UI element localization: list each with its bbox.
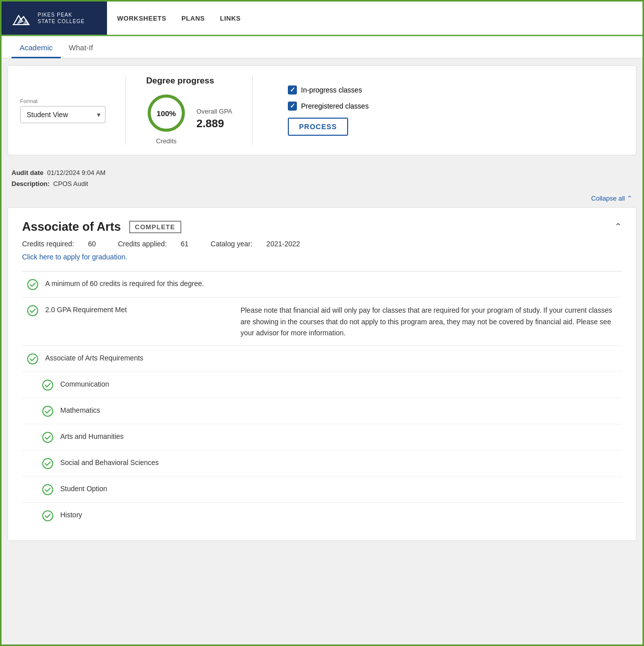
audit-date-value: 01/12/2024 9:04 AM	[47, 169, 105, 176]
requirement-item-6: Arts and Humanities	[22, 424, 622, 450]
logo-text: PIKES PEAK STATE COLLEGE	[38, 12, 85, 25]
progress-percent: 100%	[157, 109, 176, 118]
svg-point-7	[28, 280, 38, 290]
req-text-9: History	[60, 510, 617, 520]
requirement-item-5: Mathematics	[22, 398, 622, 424]
logo-icon	[10, 7, 33, 30]
in-progress-row: In-progress classes	[288, 85, 369, 95]
check-circle-icon-7	[42, 458, 53, 469]
svg-rect-0	[10, 7, 33, 30]
process-button[interactable]: PROCESS	[288, 118, 348, 136]
check-circle-icon-1	[27, 279, 38, 290]
degree-meta: Credits required: 60 Credits applied: 61…	[22, 240, 622, 248]
collapse-all-link[interactable]: Collapse all ⌃	[591, 195, 632, 202]
preregistered-row: Preregistered classes	[288, 102, 369, 111]
logo-line1: PIKES PEAK	[38, 12, 85, 18]
audit-description-value: CPOS Audit	[53, 180, 88, 188]
req-text-6: Arts and Humanities	[60, 431, 617, 442]
gpa-area: Overall GPA 2.889	[196, 108, 232, 130]
collapse-all-area[interactable]: Collapse all ⌃	[2, 193, 642, 207]
in-progress-label: In-progress classes	[301, 86, 362, 94]
catalog-year: Catalog year: 2021-2022	[210, 240, 310, 248]
svg-point-14	[43, 485, 53, 495]
degree-header: Associate of Arts COMPLETE ⌃	[22, 220, 622, 234]
format-dropdown[interactable]: Student View	[20, 106, 105, 123]
vertical-divider-1	[126, 76, 126, 145]
nav-plans[interactable]: PLANS	[181, 15, 205, 22]
check-circle-icon-2	[27, 305, 38, 316]
svg-point-12	[43, 432, 53, 442]
requirement-item-8: Student Option	[22, 477, 622, 503]
degree-title-row: Associate of Arts COMPLETE	[22, 220, 181, 234]
format-dropdown-wrapper[interactable]: Student View	[20, 106, 105, 123]
svg-point-10	[43, 380, 53, 390]
progress-area: 100% Credits Overall GPA 2.889	[146, 93, 232, 145]
credits-required: Credits required: 60	[22, 240, 108, 248]
collapse-all-text: Collapse all	[591, 195, 625, 202]
audit-info: Audit date 01/12/2024 9:04 AM Descriptio…	[2, 162, 642, 193]
req-text-1: A minimum of 60 credits is required for …	[45, 279, 617, 289]
requirement-item-7: Social and Behavioral Sciences	[22, 450, 622, 477]
chevron-up-icon: ⌃	[627, 195, 632, 202]
vertical-divider-2	[252, 76, 253, 145]
req-text-7: Social and Behavioral Sciences	[60, 457, 617, 468]
preregistered-checkbox[interactable]	[288, 102, 297, 111]
req-text-8: Student Option	[60, 484, 617, 494]
svg-point-9	[28, 354, 38, 364]
check-circle-icon-4	[42, 380, 53, 391]
svg-point-13	[43, 458, 53, 469]
nav-links[interactable]: LINKS	[220, 15, 241, 22]
gpa-label: Overall GPA	[196, 108, 232, 115]
check-circle-icon-6	[42, 432, 53, 443]
credits-label: Credits	[156, 137, 176, 145]
preregistered-label: Preregistered classes	[301, 102, 369, 110]
svg-point-8	[28, 306, 38, 316]
format-label: Format	[20, 98, 105, 104]
check-circle-icon-9	[42, 510, 53, 521]
nav-worksheets[interactable]: WORKSHEETS	[117, 15, 166, 22]
gpa-value: 2.889	[196, 117, 232, 130]
degree-progress-section: Format Student View Degree progress 100%	[8, 65, 636, 155]
requirement-item-2: 2.0 GPA Requirement Met Please note that…	[22, 298, 622, 346]
tabs-bar: Academic What-If	[2, 36, 642, 58]
audit-date-label: Audit date	[12, 169, 44, 176]
logo-area: PIKES PEAK STATE COLLEGE	[2, 2, 107, 35]
degree-card: Associate of Arts COMPLETE ⌃ Credits req…	[8, 207, 636, 541]
progress-content: Degree progress 100% Credits Overall GPA…	[146, 76, 232, 145]
req-note-2: Please note that financial aid will only…	[241, 305, 617, 338]
check-circle-icon-3	[27, 353, 38, 364]
check-circle-icon-8	[42, 484, 53, 495]
degree-title: Associate of Arts	[22, 220, 121, 234]
req-text-3: Associate of Arts Requirements	[45, 353, 617, 363]
audit-description-row: Description: CPOS Audit	[12, 178, 632, 190]
req-text-2: 2.0 GPA Requirement Met	[45, 305, 234, 315]
tab-academic[interactable]: Academic	[12, 36, 61, 58]
requirement-item-9: History	[22, 503, 622, 528]
format-select-area: Format Student View	[20, 98, 105, 123]
progress-title: Degree progress	[146, 76, 232, 86]
progress-ring-area: 100% Credits	[146, 93, 186, 145]
requirement-item-4: Communication	[22, 372, 622, 398]
audit-description-label: Description:	[12, 180, 50, 188]
header: PIKES PEAK STATE COLLEGE WORKSHEETS PLAN…	[2, 2, 642, 36]
check-circle-icon-5	[42, 406, 53, 417]
main-nav: WORKSHEETS PLANS LINKS	[107, 2, 251, 35]
svg-point-15	[43, 511, 53, 521]
tab-whatif[interactable]: What-If	[61, 36, 101, 58]
options-area: In-progress classes Preregistered classe…	[273, 85, 369, 136]
requirement-item-3: Associate of Arts Requirements	[22, 346, 622, 372]
audit-date-row: Audit date 01/12/2024 9:04 AM	[12, 167, 632, 178]
grad-link[interactable]: Click here to apply for graduation.	[22, 253, 622, 261]
svg-point-11	[43, 406, 53, 416]
logo-line2: STATE COLLEGE	[38, 18, 85, 25]
credits-applied: Credits applied: 61	[118, 240, 201, 248]
progress-ring: 100%	[146, 93, 186, 133]
req-text-4: Communication	[60, 379, 617, 390]
degree-collapse-icon[interactable]: ⌃	[614, 221, 622, 232]
requirements-list: A minimum of 60 credits is required for …	[22, 271, 622, 528]
req-text-5: Mathematics	[60, 405, 617, 416]
requirement-item-1: A minimum of 60 credits is required for …	[22, 271, 622, 298]
in-progress-checkbox[interactable]	[288, 85, 297, 95]
complete-badge: COMPLETE	[129, 221, 181, 233]
